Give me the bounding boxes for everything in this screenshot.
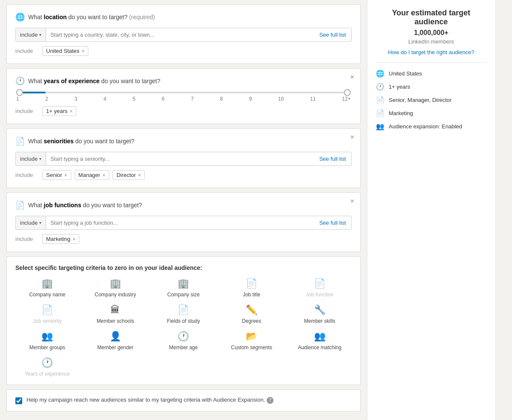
years-exp-header: 🕐 What years of experience do you want t… <box>15 76 352 86</box>
slider-labels: 1 2 3 4 5 6 7 8 9 10 11 12+ <box>16 96 351 102</box>
company-industry-icon: 🏢 <box>110 278 121 289</box>
member-gender-icon: 👤 <box>110 331 121 342</box>
location-see-full-list-link[interactable]: See full list <box>314 28 351 41</box>
years-exp-tag-row: include 1+ years × <box>15 106 352 116</box>
seniority-tag-senior-remove[interactable]: × <box>64 172 67 178</box>
sidebar-members: LinkedIn members <box>376 38 486 45</box>
job-functions-header: 📄 What job functions do you want to targ… <box>15 200 352 210</box>
years-exp-tag-remove[interactable]: × <box>70 108 73 114</box>
seniorities-close-button[interactable]: × <box>350 134 354 141</box>
criteria-member-schools[interactable]: 🏛 Member schools <box>84 304 148 324</box>
criteria-grid: 🏢 Company name 🏢 Company industry 🏢 Comp… <box>15 278 352 377</box>
location-search-input[interactable] <box>46 28 314 41</box>
seniority-tag-director: Director × <box>113 170 145 180</box>
criteria-member-gender[interactable]: 👤 Member gender <box>84 331 148 350</box>
slider-thumb-left[interactable] <box>16 89 23 96</box>
company-size-icon: 🏢 <box>177 278 189 289</box>
criteria-company-size[interactable]: 🏢 Company size <box>151 278 215 298</box>
member-groups-icon: 👥 <box>41 331 53 342</box>
seniorities-tag-row: include Senior × Manager × Director × <box>15 170 352 180</box>
criteria-company-industry[interactable]: 🏢 Company industry <box>84 278 148 298</box>
location-include-dropdown[interactable]: include ▾ <box>16 28 46 41</box>
job-functions-see-full-list-link[interactable]: See full list <box>314 216 351 229</box>
sidebar-clock-icon: 🕐 <box>376 83 384 91</box>
criteria-job-function: 📄 Job function <box>288 278 352 298</box>
location-tag-row: include United States × <box>15 46 352 56</box>
criteria-title: Select specific targeting criteria to ze… <box>15 264 352 271</box>
criteria-job-title[interactable]: 📄 Job title <box>220 278 284 298</box>
clock-icon: 🕐 <box>15 76 25 86</box>
job-functions-close-button[interactable]: × <box>350 198 354 205</box>
job-functions-include-dropdown[interactable]: include ▾ <box>16 216 46 229</box>
criteria-company-name[interactable]: 🏢 Company name <box>15 278 79 298</box>
seniorities-see-full-list-link[interactable]: See full list <box>314 152 351 165</box>
years-exp-tag: 1+ years × <box>42 106 76 116</box>
audience-matching-icon: 👥 <box>314 331 326 342</box>
custom-segments-icon: 📂 <box>246 331 257 342</box>
location-header: 🌐 What location do you want to target? (… <box>15 12 352 22</box>
sidebar-item-location: 🌐 United States <box>376 67 486 80</box>
job-functions-section: × 📄 What job functions do you want to ta… <box>6 192 361 252</box>
criteria-member-skills[interactable]: 🔧 Member skills <box>288 304 352 324</box>
seniority-tag-senior: Senior × <box>42 170 71 180</box>
sidebar-help-link[interactable]: How do I target the right audience? <box>376 49 486 55</box>
sidebar: Your estimated target audience 1,000,000… <box>367 0 495 420</box>
years-exp-close-button[interactable]: × <box>350 74 354 81</box>
sidebar-audience-count: 1,000,000+ <box>376 29 486 37</box>
criteria-degrees[interactable]: ✏️ Degrees <box>220 304 284 324</box>
job-function-icon: 📄 <box>314 278 326 289</box>
location-tag-us: United States × <box>42 46 88 56</box>
seniorities-include-dropdown[interactable]: include ▾ <box>16 152 46 165</box>
member-skills-icon: 🔧 <box>314 304 326 316</box>
criteria-years-experience: 🕐 Years of experience <box>15 357 79 377</box>
sidebar-doc-icon-seniority: 📄 <box>376 96 384 104</box>
criteria-fields-of-study[interactable]: 📄 Fields of study <box>151 304 215 324</box>
audience-expansion-checkbox[interactable] <box>15 397 22 404</box>
sidebar-item-audience-expansion: 👥 Audience expansion: Enabled <box>376 120 486 133</box>
sidebar-divider <box>376 62 486 63</box>
sidebar-globe-icon: 🌐 <box>376 70 384 78</box>
chevron-down-icon: ▾ <box>39 32 41 37</box>
criteria-member-age[interactable]: 🕐 Member age <box>151 331 215 350</box>
job-functions-search-input[interactable] <box>46 216 314 229</box>
audience-expansion-section: Help my campaign reach new audiences sim… <box>6 389 361 411</box>
years-exp-section: × 🕐 What years of experience do you want… <box>6 68 361 124</box>
sidebar-item-years: 🕐 1+ years <box>376 80 486 93</box>
location-question: What location do you want to target? (re… <box>28 14 155 20</box>
audience-expansion-label[interactable]: Help my campaign reach new audiences sim… <box>26 397 273 404</box>
job-functions-tag-row: include Marketing × <box>15 234 352 244</box>
chevron-down-icon-seniority: ▾ <box>39 156 41 161</box>
job-function-tag-marketing: Marketing × <box>42 234 79 244</box>
doc-icon-seniority: 📄 <box>15 136 25 146</box>
job-function-tag-marketing-remove[interactable]: × <box>73 236 76 242</box>
sidebar-audience-icon: 👥 <box>376 122 384 130</box>
location-section: 🌐 What location do you want to target? (… <box>6 4 361 64</box>
member-age-icon: 🕐 <box>177 331 189 342</box>
job-seniority-icon: 📄 <box>41 304 53 316</box>
criteria-member-groups[interactable]: 👥 Member groups <box>15 331 79 350</box>
help-icon[interactable]: ? <box>267 397 273 404</box>
seniorities-section: × 📄 What seniorities do you want to targ… <box>6 128 361 188</box>
slider-thumb-right[interactable] <box>344 89 351 96</box>
sidebar-item-seniority: 📄 Senior, Manager, Director <box>376 93 486 107</box>
fields-of-study-icon: 📄 <box>177 304 189 316</box>
member-schools-icon: 🏛 <box>111 304 120 316</box>
location-tag-remove[interactable]: × <box>81 48 84 54</box>
years-exp-slider[interactable]: 1 2 3 4 5 6 7 8 9 10 11 12+ <box>15 92 352 102</box>
doc-icon-job: 📄 <box>15 200 25 210</box>
criteria-audience-matching[interactable]: 👥 Audience matching <box>288 331 352 350</box>
seniorities-search-input[interactable] <box>46 152 314 165</box>
job-functions-input-row: include ▾ See full list <box>15 216 352 230</box>
seniority-tag-manager-remove[interactable]: × <box>102 172 105 178</box>
seniority-tag-director-remove[interactable]: × <box>138 172 141 178</box>
seniorities-header: 📄 What seniorities do you want to target… <box>15 136 352 146</box>
degrees-icon: ✏️ <box>246 304 257 316</box>
job-title-icon: 📄 <box>246 278 257 289</box>
slider-track <box>20 92 347 93</box>
seniority-tag-manager: Manager × <box>75 170 109 180</box>
criteria-job-seniority: 📄 Job seniority <box>15 304 79 324</box>
criteria-custom-segments[interactable]: 📂 Custom segments <box>220 331 284 350</box>
sidebar-doc-icon-marketing: 📄 <box>376 109 384 117</box>
sidebar-item-marketing: 📄 Marketing <box>376 107 486 120</box>
globe-icon: 🌐 <box>15 12 25 22</box>
